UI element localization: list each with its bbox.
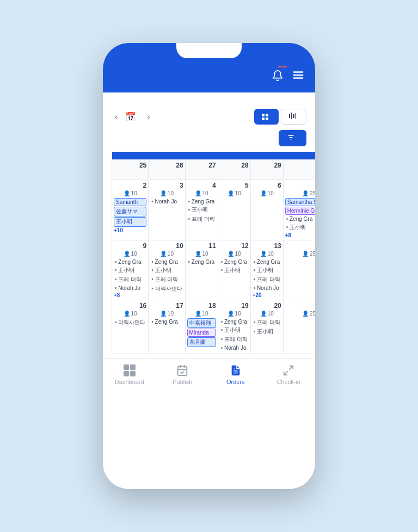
calendar-day[interactable]: 7👤25Samantha ShenHerminie GrangerZeng Gr… [283,180,315,240]
event-item[interactable]: 王小明 [285,223,315,232]
svg-rect-3 [262,114,265,116]
calendar-day[interactable]: 12👤10Zeng Gra王小明 [218,240,250,300]
event-highlight[interactable]: 花月蘭 [187,337,216,347]
calendar-day[interactable]: 14👤25 [283,240,315,300]
nav-checkin[interactable]: Check-in [262,364,316,385]
event-item[interactable]: Norah Jo [220,344,249,351]
event-item[interactable]: 王小明 [253,327,281,336]
event-item[interactable]: 王小明 [220,326,249,335]
day-capacity: 👤10 [253,251,281,257]
svg-rect-4 [266,114,268,116]
event-item[interactable]: 프레 더릭 [150,275,183,284]
event-item[interactable]: 王小明 [114,266,146,275]
calendar-day[interactable]: 25 [112,160,149,180]
more-events-link[interactable]: +8 [114,292,146,298]
prev-period-button[interactable]: ‹ [112,111,121,123]
notification-button[interactable] [272,70,284,84]
person-icon: 👤 [260,311,267,317]
person-icon: 👤 [228,251,234,257]
event-item[interactable]: 프레 더릭 [253,275,281,284]
more-events-link[interactable]: +10 [114,227,146,233]
calendar-day[interactable]: 4👤10Zeng Gra王小明프레 더릭 [185,180,218,240]
calendar-day[interactable]: 21👤25 [283,300,315,354]
event-item[interactable]: Norah Jo [114,284,146,292]
page-content: ‹ 📅 › [103,92,315,354]
weekly-icon [289,113,296,121]
calendar-day[interactable]: 5👤10 [218,180,250,240]
event-item[interactable]: 프레 더릭 [253,318,281,327]
event-highlight[interactable]: 中嘉裕翔 [187,318,216,328]
event-highlight[interactable]: Samanth [114,198,146,206]
event-item[interactable]: 王小明 [150,266,183,275]
calendar-day[interactable]: 20👤10프레 더릭王小明 [250,300,283,354]
event-item[interactable]: Zeng Gra [114,258,146,265]
publish-icon [176,364,188,376]
event-item[interactable]: Zeng Gra [220,318,249,325]
capacity-value: 25 [310,311,315,317]
event-item[interactable]: 王小明 [253,266,281,275]
calendar-day[interactable]: 3👤10Norah Jo [149,180,185,240]
event-item[interactable]: Zeng Gra [285,215,315,222]
calendar-day[interactable]: 17👤10Zeng Gra [149,300,185,354]
event-item[interactable]: Zeng Gra [187,198,216,205]
day-number: 19 [220,302,249,310]
menu-button[interactable] [292,69,304,84]
calendar-day[interactable]: 10👤10Zeng Gra王小明프레 더릭더릭사민다 [149,240,185,300]
day-number: 16 [114,302,146,310]
event-highlight[interactable]: 佐藤サマ [114,207,146,216]
calendar-day[interactable]: 29 [250,160,283,180]
calendar-day[interactable]: 13👤10Zeng Gra王小明프레 더릭Norah Jo+20 [250,240,283,300]
event-item[interactable]: Zeng Gra [253,258,281,265]
calendar-day[interactable]: 26 [149,160,185,180]
day-capacity: 👤10 [114,311,146,317]
calendar-day[interactable]: 30 [283,160,315,180]
nav-orders[interactable]: Orders [209,364,262,385]
notification-badge [278,66,287,67]
calendar-day[interactable]: 16👤10더릭사민다 [112,300,149,354]
weekday-mon [112,152,149,160]
next-period-button[interactable]: › [144,111,153,123]
weekly-view-button[interactable] [281,109,306,125]
day-number: 21 [285,302,315,310]
event-item[interactable]: Norah Jo [150,198,183,205]
day-capacity: 👤10 [220,311,249,317]
event-item[interactable]: 프레 더릭 [187,215,216,224]
monthly-view-button[interactable] [254,109,279,125]
calendar-day[interactable]: 19👤10Zeng Gra王小明프레 더릭Norah Jo [218,300,250,354]
event-item[interactable]: Zeng Gra [220,258,249,265]
person-icon: 👤 [124,190,130,196]
calendar-day[interactable]: 28 [218,160,250,180]
event-item[interactable]: Zeng Gra [187,258,216,265]
calendar-day[interactable]: 18👤10中嘉裕翔Miranda花月蘭 [185,300,218,354]
event-item[interactable]: 王小明 [187,206,216,214]
filter-button[interactable] [279,130,306,146]
event-highlight[interactable]: 王小明 [114,217,146,227]
capacity-value: 10 [268,190,274,196]
calendar-day[interactable]: 11👤10Zeng Gra [185,240,218,300]
event-item[interactable]: Norah Jo [253,284,281,292]
svg-rect-5 [262,117,265,120]
calendar-grid: 2526272829301👤252👤10Samanth佐藤サマ王小明+103👤1… [112,152,315,354]
calendar-day[interactable]: 9👤10Zeng Gra王小明프레 더릭Norah Jo+8 [112,240,149,300]
event-highlight-purple[interactable]: Miranda [187,329,216,337]
capacity-value: 10 [268,251,274,257]
more-events-link[interactable]: +20 [253,292,281,298]
calendar-day[interactable]: 27 [185,160,218,180]
event-item[interactable]: 王小明 [220,266,249,275]
event-item[interactable]: Zeng Gra [150,258,183,265]
event-highlight-purple[interactable]: Herminie Granger [285,207,315,215]
event-item[interactable]: 더릭사민다 [114,318,146,327]
nav-dashboard[interactable]: Dashboard [103,364,156,385]
day-number: 17 [150,302,183,310]
event-item[interactable]: 더릭사민다 [150,284,183,293]
calendar-day[interactable]: 6👤10 [250,180,283,240]
event-item[interactable]: 프레 더릭 [220,335,249,344]
day-number: 7 [285,182,315,189]
calendar-day[interactable]: 2👤10Samanth佐藤サマ王小明+10 [112,180,149,240]
day-capacity: 👤10 [253,311,281,317]
event-highlight[interactable]: Samantha Shen [285,198,315,206]
more-events-link[interactable]: +8 [285,232,315,238]
nav-publish[interactable]: Publish [156,364,210,385]
event-item[interactable]: Zeng Gra [150,318,183,325]
event-item[interactable]: 프레 더릭 [114,275,146,284]
